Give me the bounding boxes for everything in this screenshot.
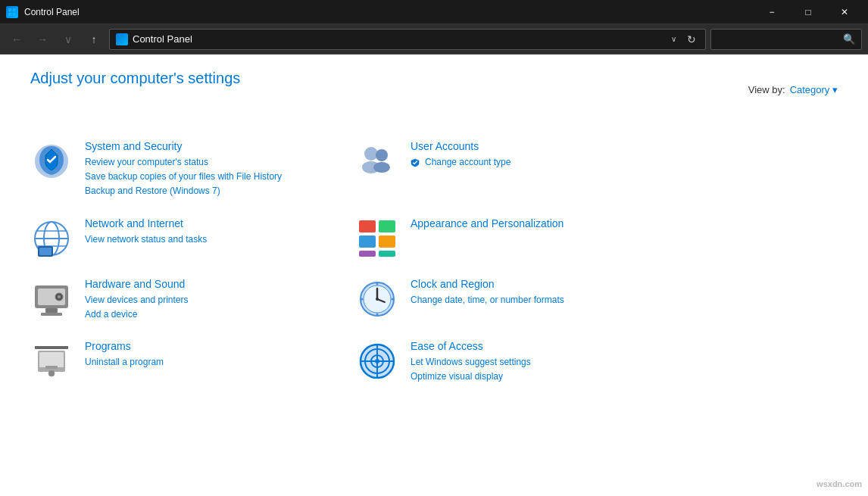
category-item-network-internet: Network and Internet View network status… bbox=[30, 208, 356, 269]
svg-point-36 bbox=[392, 298, 394, 300]
category-item-system-security: System and Security Review your computer… bbox=[30, 131, 356, 208]
svg-point-39 bbox=[48, 370, 55, 376]
svg-point-34 bbox=[376, 313, 379, 315]
category-icon-system-security bbox=[30, 140, 73, 182]
category-icon-user-accounts bbox=[356, 140, 398, 182]
category-icon-programs bbox=[30, 340, 73, 382]
svg-rect-38 bbox=[39, 352, 64, 367]
category-link-ease-of-access-0[interactable]: Let Windows suggest settings bbox=[411, 355, 651, 370]
up-button[interactable]: ↑ bbox=[83, 29, 105, 50]
window-controls: − □ ✕ bbox=[754, 0, 862, 24]
address-bar: ← → ∨ ↑ Control Panel ∨ ↻ 🔍 bbox=[0, 24, 868, 55]
main-content: Adjust your computer's settings View by:… bbox=[0, 55, 868, 496]
svg-rect-2 bbox=[8, 13, 11, 16]
window-title: Control Panel bbox=[24, 7, 80, 17]
svg-rect-3 bbox=[13, 13, 16, 16]
minimize-button[interactable]: − bbox=[754, 0, 789, 24]
dropdown-button[interactable]: ∨ bbox=[666, 32, 681, 47]
category-title-network-internet[interactable]: Network and Internet bbox=[85, 217, 326, 229]
category-item-hardware-sound: Hardware and Sound View devices and prin… bbox=[30, 269, 356, 331]
svg-rect-16 bbox=[359, 220, 376, 232]
category-title-clock-region[interactable]: Clock and Region bbox=[411, 278, 651, 290]
category-title-hardware-sound[interactable]: Hardware and Sound bbox=[85, 278, 326, 290]
svg-rect-41 bbox=[45, 366, 58, 369]
svg-rect-20 bbox=[359, 251, 376, 257]
category-text-ease-of-access: Ease of Access Let Windows suggest setti… bbox=[411, 340, 651, 384]
svg-rect-24 bbox=[45, 308, 58, 313]
address-input[interactable]: Control Panel ∨ ↻ bbox=[109, 29, 706, 50]
svg-rect-1 bbox=[13, 8, 16, 11]
svg-point-47 bbox=[375, 359, 379, 363]
search-input[interactable] bbox=[717, 33, 843, 45]
address-text: Control Panel bbox=[133, 33, 192, 45]
category-icon-clock-region bbox=[356, 278, 398, 320]
svg-rect-40 bbox=[35, 346, 68, 349]
viewby-label: View by: bbox=[748, 84, 785, 95]
category-link-ease-of-access-1[interactable]: Optimize visual display bbox=[411, 370, 651, 384]
search-box[interactable]: 🔍 bbox=[710, 29, 862, 50]
recent-locations-button[interactable]: ∨ bbox=[58, 29, 79, 50]
category-text-clock-region: Clock and Region Change date, time, or n… bbox=[411, 278, 651, 307]
svg-point-27 bbox=[58, 295, 61, 298]
svg-rect-0 bbox=[8, 8, 11, 11]
address-bar-icon bbox=[116, 33, 128, 45]
category-icon-hardware-sound bbox=[30, 278, 73, 320]
svg-point-35 bbox=[361, 298, 364, 300]
svg-rect-19 bbox=[379, 236, 395, 248]
category-link-system-security-2[interactable]: Backup and Restore (Windows 7) bbox=[85, 184, 326, 198]
category-link-system-security-0[interactable]: Review your computer's status bbox=[85, 155, 326, 170]
view-by-control: View by: Category ▾ bbox=[748, 84, 838, 95]
category-title-programs[interactable]: Programs bbox=[85, 340, 326, 352]
svg-rect-18 bbox=[359, 236, 376, 248]
svg-rect-25 bbox=[41, 313, 62, 316]
category-title-ease-of-access[interactable]: Ease of Access bbox=[411, 340, 651, 352]
category-link-clock-region-0[interactable]: Change date, time, or number formats bbox=[411, 293, 651, 307]
viewby-dropdown[interactable]: Category ▾ bbox=[790, 84, 838, 95]
category-title-user-accounts[interactable]: User Accounts bbox=[411, 140, 651, 152]
svg-rect-17 bbox=[379, 220, 395, 232]
address-controls: ∨ ↻ bbox=[666, 32, 699, 47]
page-title: Adjust your computer's settings bbox=[30, 70, 240, 87]
category-icon-ease-of-access bbox=[356, 340, 398, 382]
category-item-appearance-personalization: Appearance and Personalization bbox=[356, 208, 682, 269]
title-bar-left: Control Panel bbox=[6, 6, 80, 18]
svg-rect-21 bbox=[379, 251, 395, 257]
maximize-button[interactable]: □ bbox=[791, 0, 826, 24]
forward-button[interactable]: → bbox=[32, 29, 53, 50]
search-icon: 🔍 bbox=[843, 33, 855, 45]
refresh-button[interactable]: ↻ bbox=[684, 32, 699, 47]
category-link-hardware-sound-0[interactable]: View devices and printers bbox=[85, 293, 326, 307]
svg-rect-15 bbox=[39, 248, 52, 255]
svg-point-32 bbox=[376, 298, 379, 301]
app-icon bbox=[6, 6, 18, 18]
category-item-programs: Programs Uninstall a program bbox=[30, 331, 356, 393]
category-text-user-accounts: User Accounts Change account type bbox=[411, 140, 651, 170]
category-text-network-internet: Network and Internet View network status… bbox=[85, 217, 326, 247]
category-text-appearance-personalization: Appearance and Personalization bbox=[411, 217, 651, 232]
category-link-hardware-sound-1[interactable]: Add a device bbox=[85, 307, 326, 322]
svg-point-33 bbox=[376, 282, 379, 285]
category-text-hardware-sound: Hardware and Sound View devices and prin… bbox=[85, 278, 326, 322]
category-icon-network-internet bbox=[30, 217, 73, 260]
category-title-appearance-personalization[interactable]: Appearance and Personalization bbox=[411, 217, 651, 229]
category-item-user-accounts: User Accounts Change account type bbox=[356, 131, 682, 208]
watermark: wsxdn.com bbox=[816, 476, 862, 490]
back-button[interactable]: ← bbox=[6, 29, 27, 50]
svg-point-7 bbox=[376, 149, 388, 161]
category-link-user-accounts-0[interactable]: Change account type bbox=[411, 155, 651, 170]
svg-point-8 bbox=[373, 162, 390, 173]
category-item-clock-region: Clock and Region Change date, time, or n… bbox=[356, 269, 682, 331]
categories-grid: System and Security Review your computer… bbox=[30, 131, 682, 393]
watermark-text: wsxdn.com bbox=[816, 479, 862, 488]
category-link-network-internet-0[interactable]: View network status and tasks bbox=[85, 232, 326, 247]
title-bar: Control Panel − □ ✕ bbox=[0, 0, 868, 24]
category-link-programs-0[interactable]: Uninstall a program bbox=[85, 355, 326, 370]
category-text-system-security: System and Security Review your computer… bbox=[85, 140, 326, 199]
category-text-programs: Programs Uninstall a program bbox=[85, 340, 326, 370]
close-button[interactable]: ✕ bbox=[827, 0, 862, 24]
category-icon-appearance-personalization bbox=[356, 217, 398, 260]
category-title-system-security[interactable]: System and Security bbox=[85, 140, 326, 152]
category-link-system-security-1[interactable]: Save backup copies of your files with Fi… bbox=[85, 170, 326, 184]
category-item-ease-of-access: Ease of Access Let Windows suggest setti… bbox=[356, 331, 682, 393]
